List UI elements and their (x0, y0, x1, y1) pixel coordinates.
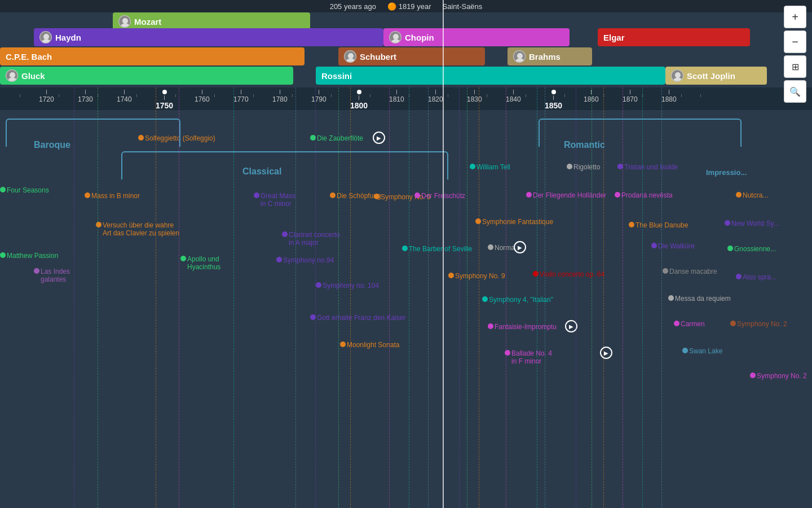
music-label-fantaisie-impromptu[interactable]: Fantaisie-Impromptu (495, 323, 557, 331)
zoom-fit-button[interactable]: ⊞ (784, 55, 806, 78)
music-label-gott-erhalte[interactable]: Gott erhalte Franz den Kaiser (317, 314, 405, 322)
music-label-der-fliegende[interactable]: Der Fliegende Holländer (533, 191, 606, 199)
zoom-controls: + − ⊞ 🔍 (784, 6, 806, 103)
music-dot-clarinet-concerto (282, 231, 288, 237)
composer-name-gluck: Gluck (21, 71, 45, 81)
dashed-line-1848 (537, 87, 537, 508)
music-label-ballade-no4[interactable]: Ballade No. 4 in F minor (511, 349, 552, 365)
music-dot-new-world (725, 220, 730, 226)
year-tick-1810: 1810 (389, 90, 404, 103)
composer-bar-elgar[interactable]: Elgar (598, 28, 750, 46)
music-label-great-mass[interactable]: Great Mass in C minor (261, 192, 295, 208)
music-label-also-sprach[interactable]: Also spra... (743, 273, 776, 281)
music-label-symphony-9[interactable]: Symphony No. 9 (455, 272, 505, 280)
music-dot-swan-lake (682, 348, 688, 353)
music-label-violin-concerto[interactable]: Violin concerto op. 64 (540, 270, 604, 278)
year-tick-minor-1775 (253, 94, 254, 97)
dashed-line-1833 (479, 87, 479, 508)
music-label-moonlight-sonata[interactable]: Moonlight Sonata (347, 341, 399, 349)
year-tick-minor-1805 (370, 94, 370, 97)
dashed-line-1820 (428, 87, 429, 508)
play-button-die-zauberfloete[interactable]: ▶ (373, 132, 385, 144)
music-dot-las-indes (34, 268, 39, 274)
composer-bar-scott-joplin[interactable]: Scott Joplin (665, 67, 767, 85)
music-dot-prodana-nevesta (615, 192, 620, 198)
zoom-in-button[interactable]: + (784, 6, 806, 28)
play-button-norma[interactable]: ▶ (514, 241, 526, 253)
music-label-four-seasons[interactable]: Four Seasons (7, 186, 49, 194)
music-label-rigoletto[interactable]: Rigoletto (573, 163, 600, 171)
music-label-william-tell[interactable]: William Tell (476, 163, 510, 171)
music-label-barber-seville[interactable]: The Barber of Seville (409, 245, 472, 253)
dashed-line-1840 (506, 87, 506, 508)
music-dot-four-seasons (0, 187, 6, 192)
music-label-norma[interactable]: Norma (495, 244, 515, 252)
composer-bar-chopin[interactable]: Chopin (383, 28, 570, 46)
music-dot-carmen (674, 321, 679, 326)
year-tick-minor-1755 (175, 94, 176, 97)
dashed-line-1815 (409, 87, 409, 508)
music-dot-symphony-4-italian (482, 296, 488, 302)
year-tick-minor-1855 (564, 94, 565, 97)
music-label-apollo[interactable]: Apollo und Hyacinthus (187, 255, 220, 271)
music-label-tristan-isolde[interactable]: Tristan und Isolde (624, 163, 678, 171)
year-tick-minor-1725 (59, 94, 59, 97)
music-label-las-indes[interactable]: Las Indes galantes (41, 268, 70, 283)
year-tick-1830: 1830 (467, 90, 482, 103)
music-label-symphonie-fantastique[interactable]: Symphonie Fantastique (482, 218, 553, 226)
music-label-symphony-104[interactable]: Symphony no. 104 (323, 282, 379, 290)
zoom-out-button[interactable]: − (784, 30, 806, 53)
music-label-die-zauberfloete[interactable]: Die Zauberflöte (317, 134, 363, 142)
music-label-nutcracker[interactable]: Nutcra... (743, 191, 768, 199)
music-label-swan-lake[interactable]: Swan Lake (689, 347, 722, 355)
dashed-line-1786 (295, 87, 296, 508)
composer-bar-rossini[interactable]: Rossini (316, 67, 665, 85)
svg-point-8 (517, 53, 523, 59)
music-label-mass-b-minor[interactable]: Mass in B minor (91, 192, 140, 200)
composer-bar-cpe-bach[interactable]: C.P.E. Bach (0, 47, 304, 65)
music-label-matthew-passion[interactable]: Matthew Passion (7, 252, 58, 260)
music-label-gnossienne[interactable]: Gnossienne... (734, 245, 776, 253)
zoom-search-button[interactable]: 🔍 (784, 80, 806, 103)
music-label-danse-macabre[interactable]: Danse macabre (669, 268, 717, 275)
dashed-line-1828 (459, 87, 460, 508)
dashed-line-1862 (592, 87, 592, 508)
svg-point-5 (391, 39, 401, 43)
music-dot-nutcracker (736, 192, 742, 198)
current-year-label: 🟠 1819 year (387, 2, 431, 11)
music-dot-symphony-9 (448, 273, 454, 278)
music-label-messa-requiem[interactable]: Messa da requiem (675, 295, 731, 303)
music-label-symphony-4-italian[interactable]: Symphony 4, "Italian" (489, 296, 553, 304)
music-label-new-world[interactable]: New World Sy... (731, 220, 779, 227)
music-label-clarinet-concerto[interactable]: Clarinet concerto in A major (289, 231, 340, 247)
music-label-symphony-94[interactable]: Symphony no.94 (283, 256, 334, 264)
composer-bar-haydn[interactable]: Haydn (34, 28, 383, 46)
music-label-carmen[interactable]: Carmen (681, 320, 705, 328)
composer-bar-brahms[interactable]: Brahms (508, 47, 592, 65)
music-dot-symphony-5 (374, 194, 379, 199)
year-tick-minor-1835 (487, 94, 487, 97)
music-dot-der-fliegende (526, 192, 532, 198)
svg-point-1 (120, 23, 130, 28)
composer-avatar-schubert (344, 50, 356, 63)
composer-bar-schubert[interactable]: Schubert (338, 47, 485, 65)
composer-avatar-gluck (6, 69, 18, 82)
music-label-symphony-no2-a[interactable]: Symphony No. 2 (737, 320, 787, 328)
music-dot-symphony-94 (276, 257, 282, 262)
play-button-fantaisie-impromptu[interactable]: ▶ (565, 320, 577, 332)
music-label-die-walkure[interactable]: Die Walküre (658, 242, 695, 250)
music-label-symphony-no2-b[interactable]: Symphony No. 2 (757, 372, 807, 380)
svg-point-9 (515, 58, 525, 63)
dashed-line-1797 (338, 87, 339, 508)
dashed-line-1756 (179, 87, 179, 508)
composer-bar-gluck[interactable]: Gluck (0, 67, 293, 85)
year-tick-1760: 1760 (195, 90, 210, 103)
play-button-ballade-no4[interactable]: ▶ (600, 347, 612, 359)
music-dot-moonlight-sonata (340, 341, 346, 347)
dashed-line-1750 (156, 87, 156, 508)
svg-point-2 (43, 34, 49, 40)
year-tick-minor-1785 (292, 94, 293, 97)
music-label-prodana-nevesta[interactable]: Prodaná nevěsta (621, 191, 673, 199)
music-label-versuch[interactable]: Versuch über die wahre Art das Clavier z… (103, 221, 179, 237)
year-tick-minor-1845 (526, 94, 526, 97)
